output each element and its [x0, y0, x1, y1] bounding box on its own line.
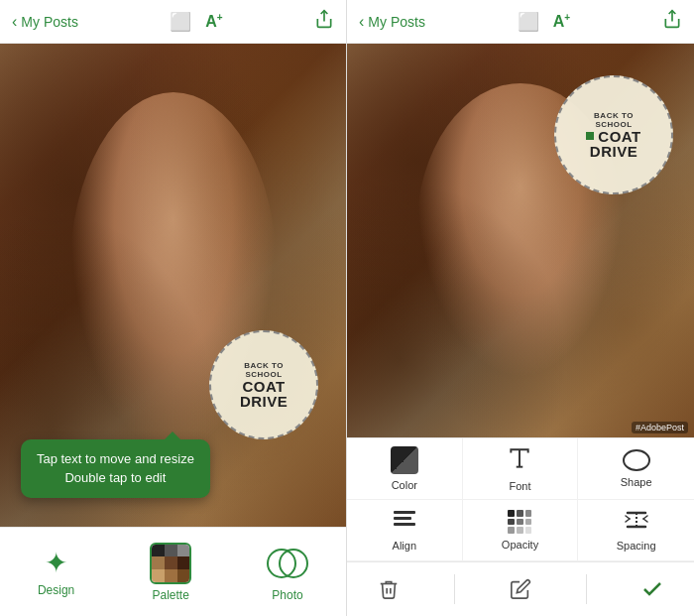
left-back-button[interactable]: ‹ My Posts: [12, 13, 78, 31]
photo-tool[interactable]: Photo: [257, 537, 318, 608]
design-icon: ✦: [45, 547, 67, 579]
opacity-label: Opacity: [502, 539, 538, 551]
svg-rect-4: [394, 511, 415, 514]
left-image-area: BACK TO SCHOOL COAT DRIVE Tap text to mo…: [0, 44, 346, 527]
left-bottom-toolbar: ✦ Design: [0, 527, 346, 616]
tooltip-line2: Double tap to edit: [37, 468, 194, 488]
design-tool[interactable]: ✦ Design: [28, 541, 84, 603]
font-icon: [507, 445, 532, 475]
spacing-tool[interactable]: Spacing: [578, 500, 694, 561]
action-divider-1: [454, 574, 455, 604]
left-share-button[interactable]: [314, 9, 334, 34]
action-bar: [347, 562, 694, 616]
shape-tool[interactable]: Shape: [578, 438, 694, 500]
align-tool[interactable]: Align: [347, 500, 463, 561]
left-text-badge[interactable]: BACK TO SCHOOL COAT DRIVE: [209, 330, 318, 439]
opacity-icon: [508, 510, 531, 534]
action-divider-2: [586, 574, 587, 604]
chevron-left-icon: ‹: [12, 13, 17, 31]
color-tool[interactable]: Color: [347, 438, 463, 500]
opacity-tool[interactable]: Opacity: [463, 500, 579, 561]
spacing-icon: [624, 509, 649, 535]
image-icon[interactable]: ⬜: [170, 11, 191, 33]
right-badge-line1: BACK TO: [594, 111, 634, 120]
badge-line1: BACK TO: [244, 361, 284, 370]
left-nav-center: ⬜ A+: [170, 11, 222, 33]
right-bottom-area: Color Font Shape: [347, 437, 694, 616]
tooltip-box: Tap text to move and resize Double tap t…: [21, 439, 210, 498]
color-icon: [391, 446, 418, 474]
right-back-label: My Posts: [368, 14, 425, 30]
edit-button[interactable]: [503, 571, 538, 607]
hashtag-label: #AdobePost: [632, 422, 688, 433]
right-share-button[interactable]: [662, 9, 682, 34]
badge-line4: DRIVE: [240, 394, 288, 409]
left-top-nav: ‹ My Posts ⬜ A+: [0, 0, 346, 44]
svg-line-13: [643, 519, 647, 522]
text-size-icon[interactable]: A+: [205, 12, 222, 31]
design-label: Design: [38, 583, 74, 597]
align-label: Align: [393, 540, 416, 552]
right-image-area: BACK TO SCHOOL COAT DRIVE #AdobePost: [347, 44, 694, 437]
font-tool[interactable]: Font: [463, 438, 579, 500]
spacing-label: Spacing: [617, 540, 656, 552]
confirm-button[interactable]: [635, 571, 670, 607]
left-panel: ‹ My Posts ⬜ A+ BACK TO SCHOOL COAT DRIV: [0, 0, 347, 616]
right-panel: ‹ My Posts ⬜ A+ BACK TO SCHOOL COAT: [347, 0, 694, 616]
right-top-nav: ‹ My Posts ⬜ A+: [347, 0, 694, 44]
svg-line-11: [626, 519, 630, 522]
green-dot: [586, 132, 594, 140]
right-back-button[interactable]: ‹ My Posts: [359, 13, 425, 31]
right-badge-line3: COAT: [598, 129, 640, 144]
photo-icon: [267, 543, 308, 584]
right-chevron-left-icon: ‹: [359, 13, 364, 31]
tooltip-line1: Tap text to move and resize: [37, 449, 194, 469]
badge-line3: COAT: [242, 379, 285, 394]
palette-icon: [150, 543, 191, 584]
right-badge-line4: DRIVE: [590, 144, 637, 159]
right-text-size-icon[interactable]: A+: [553, 12, 570, 31]
palette-label: Palette: [152, 588, 188, 602]
shape-icon: [623, 449, 650, 471]
right-image-icon[interactable]: ⬜: [518, 11, 539, 33]
photo-label: Photo: [272, 588, 302, 602]
align-icon: [392, 509, 417, 535]
trash-button[interactable]: [371, 571, 406, 607]
shape-label: Shape: [621, 476, 652, 488]
color-label: Color: [392, 479, 417, 491]
left-back-label: My Posts: [21, 14, 78, 30]
svg-rect-5: [394, 517, 411, 520]
tools-grid: Color Font Shape: [347, 438, 694, 562]
font-label: Font: [509, 480, 530, 492]
right-text-badge[interactable]: BACK TO SCHOOL COAT DRIVE: [554, 75, 673, 194]
svg-rect-6: [394, 523, 415, 526]
right-nav-center: ⬜ A+: [518, 11, 570, 33]
palette-tool[interactable]: Palette: [140, 537, 201, 608]
